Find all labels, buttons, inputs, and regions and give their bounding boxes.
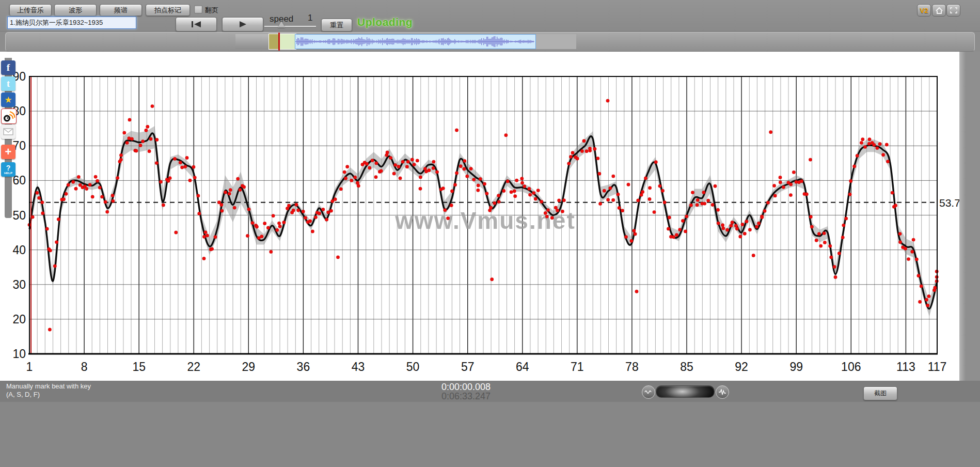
screenshot-button[interactable]: 截图 [863, 386, 897, 400]
track-title-input[interactable] [7, 17, 136, 29]
volume-slider[interactable] [656, 385, 715, 398]
wave-soft-icon[interactable] [642, 385, 655, 399]
svg-text:92: 92 [735, 360, 748, 373]
svg-text:10: 10 [12, 347, 26, 361]
svg-text:20: 20 [12, 313, 26, 326]
speed-value: 1 [308, 13, 312, 23]
waveform-playhead[interactable] [278, 33, 280, 51]
svg-text:57: 57 [461, 360, 475, 373]
time-total: 0:06:33.247 [429, 391, 491, 402]
play-button[interactable] [222, 17, 263, 32]
play-icon [238, 21, 247, 28]
beat-mark-button[interactable]: 拍点标记 [146, 4, 190, 16]
status-bar: Manually mark beat with key (A, S, D, F)… [0, 381, 980, 402]
beat-key-hint-line2: (A, S, D, F) [6, 391, 40, 399]
svg-text:53.7: 53.7 [939, 197, 960, 209]
speed-slider-track[interactable] [264, 26, 316, 27]
share-plus-icon[interactable]: + [1, 145, 15, 159]
fullscreen-button[interactable] [946, 4, 960, 17]
v2-button[interactable]: V2 [917, 4, 931, 17]
tempo-chart-panel: www.Vmus.net53.7102030405060708090181522… [0, 52, 980, 381]
waveform-strip[interactable] [5, 32, 975, 52]
svg-text:43: 43 [352, 360, 365, 373]
bottom-toolbar: 擦除 移动 删除 吸附 保存 载入 ▲▼ 每小节拍数 ▲▼ 弱起拍数 ▲▼ 小节… [0, 402, 980, 467]
svg-text:113: 113 [896, 360, 915, 373]
waveform-lead-segment [235, 34, 269, 49]
spectrum-button[interactable]: 频谱 [100, 4, 142, 16]
waveform-display[interactable] [295, 34, 536, 49]
home-icon [935, 7, 943, 14]
help-icon[interactable]: ? HELP [1, 162, 15, 177]
svg-text:99: 99 [789, 360, 803, 373]
chart-right-gutter [959, 52, 980, 381]
qzone-icon[interactable]: ★ [1, 92, 15, 107]
upload-music-button[interactable]: 上传音乐 [9, 4, 52, 16]
svg-text:22: 22 [187, 360, 201, 373]
flip-page-label: 翻页 [205, 6, 218, 15]
svg-text:29: 29 [242, 360, 256, 373]
waveform-graphic [295, 35, 534, 49]
sine-wave-icon [644, 389, 653, 395]
svg-text:85: 85 [680, 360, 693, 373]
svg-text:71: 71 [571, 360, 584, 373]
mail-icon[interactable] [1, 124, 15, 139]
v2-label: V2 [920, 7, 928, 14]
uploading-status: Uploading [357, 16, 413, 28]
weibo-icon[interactable] [1, 108, 17, 124]
weibo-eye-icon [2, 110, 15, 123]
speed-slider-thumb[interactable] [278, 21, 285, 27]
svg-text:50: 50 [406, 360, 420, 373]
svg-text:117: 117 [928, 360, 947, 373]
top-toolbar: 上传音乐 波形 频谱 拍点标记 翻页 speed 1 重置 Uploading … [0, 0, 980, 32]
twitter-icon[interactable]: t [1, 76, 15, 91]
waveform-tail-segment [536, 34, 576, 49]
svg-text:8: 8 [81, 360, 88, 373]
svg-text:50: 50 [12, 209, 26, 222]
help-label: HELP [4, 172, 12, 175]
svg-text:30: 30 [12, 278, 26, 291]
waveform-button[interactable]: 波形 [54, 4, 97, 16]
tempo-chart[interactable]: www.Vmus.net53.7102030405060708090181522… [0, 52, 980, 381]
svg-text:106: 106 [841, 360, 861, 373]
beat-key-hint-line1: Manually mark beat with key [6, 382, 91, 391]
svg-text:64: 64 [516, 360, 529, 373]
envelope-icon [3, 128, 13, 135]
fullscreen-icon [950, 7, 958, 14]
flip-page-checkbox[interactable] [194, 5, 202, 13]
svg-text:1: 1 [26, 360, 33, 373]
svg-text:40: 40 [12, 243, 26, 257]
wave-loud-icon[interactable] [716, 385, 729, 399]
svg-text:36: 36 [297, 360, 310, 373]
home-button[interactable] [932, 4, 946, 17]
facebook-icon[interactable]: f [1, 60, 15, 75]
svg-text:15: 15 [132, 360, 146, 373]
reset-button[interactable]: 重置 [321, 19, 352, 32]
help-question-mark: ? [6, 165, 11, 172]
svg-text:78: 78 [625, 360, 639, 373]
impulse-wave-icon [718, 389, 726, 395]
skip-to-start-icon [191, 21, 202, 28]
waveform-selection-outline [268, 34, 296, 50]
vmus-app: 上传音乐 波形 频谱 拍点标记 翻页 speed 1 重置 Uploading … [0, 0, 980, 467]
skip-to-start-button[interactable] [176, 17, 217, 32]
